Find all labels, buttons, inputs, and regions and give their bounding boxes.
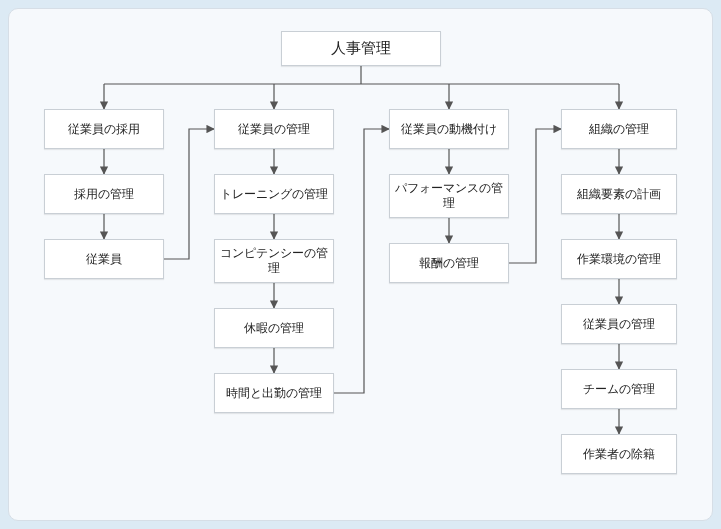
node-compensation: 報酬の管理	[389, 243, 509, 283]
node-performance: パフォーマンスの管理	[389, 174, 509, 218]
node-root: 人事管理	[281, 31, 441, 66]
node-removal: 作業者の除籍	[561, 434, 677, 474]
node-team-mgmt: チームの管理	[561, 369, 677, 409]
node-work-env: 作業環境の管理	[561, 239, 677, 279]
node-hiring-mgmt: 採用の管理	[44, 174, 164, 214]
node-competency: コンピテンシーの管理	[214, 239, 334, 283]
node-employee: 従業員	[44, 239, 164, 279]
node-time-attendance: 時間と出勤の管理	[214, 373, 334, 413]
node-emp-mgmt-2: 従業員の管理	[561, 304, 677, 344]
node-org-mgmt: 組織の管理	[561, 109, 677, 149]
node-leave: 休暇の管理	[214, 308, 334, 348]
node-emp-mgmt: 従業員の管理	[214, 109, 334, 149]
node-hiring: 従業員の採用	[44, 109, 164, 149]
node-motivation: 従業員の動機付け	[389, 109, 509, 149]
node-training: トレーニングの管理	[214, 174, 334, 214]
node-org-plan: 組織要素の計画	[561, 174, 677, 214]
diagram-frame: 人事管理 従業員の採用 採用の管理 従業員 従業員の管理 トレーニングの管理 コ…	[8, 8, 713, 521]
